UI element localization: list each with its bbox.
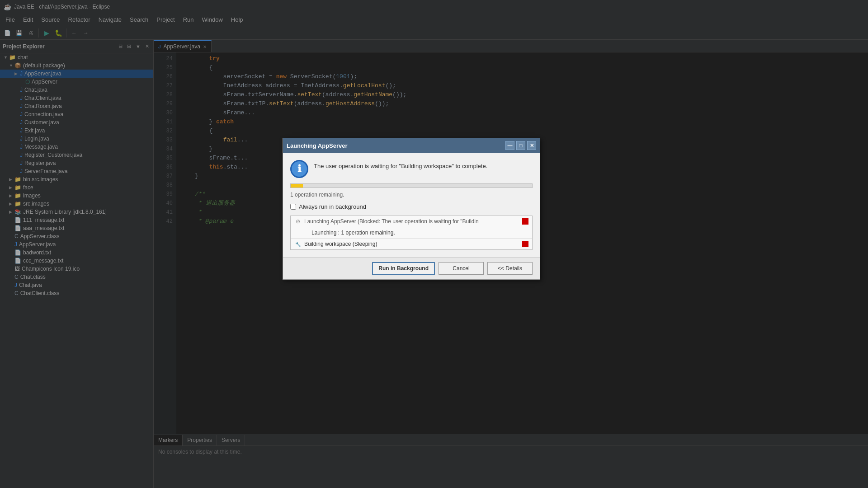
sidebar-menu-btn[interactable]: ▼ — [134, 43, 142, 50]
details-button[interactable]: << Details — [487, 262, 533, 275]
sidebar-header: Project Explorer ⊟ ⊞ ▼ ✕ — [0, 40, 153, 53]
tree-item-register-java[interactable]: J Register.java — [0, 159, 153, 167]
menu-edit[interactable]: Edit — [19, 15, 37, 24]
sidebar-tree: ▼ 📁 chat ▼ 📦 (default package) ▶ J AppSe… — [0, 53, 153, 488]
tree-item-aaa-msg[interactable]: 📄 aaa_message.txt — [0, 224, 153, 232]
tree-item-serverframe-java[interactable]: J ServerFrame.java — [0, 167, 153, 175]
tree-item-chat-class[interactable]: C Chat.class — [0, 273, 153, 281]
tree-arrow-pkg: ▼ — [9, 63, 14, 68]
toolbar-debug[interactable]: 🐛 — [53, 28, 64, 38]
modal-title-bar: Launching AppServer — □ ✕ — [283, 138, 540, 153]
task-icon-1 — [294, 229, 302, 236]
tree-label-customer-java: Customer.java — [24, 119, 59, 126]
menu-run[interactable]: Run — [179, 15, 198, 24]
modal-close-btn[interactable]: ✕ — [527, 141, 536, 150]
task-label-0: Launching AppServer (Blocked: The user o… — [304, 218, 519, 225]
tree-item-src-images[interactable]: ▶ 📁 src.images — [0, 200, 153, 208]
tab-servers[interactable]: Servers — [217, 435, 245, 446]
checkbox-label[interactable]: Always run in background — [299, 203, 366, 210]
tree-item-exit-java[interactable]: J Exit.java — [0, 127, 153, 135]
tree-label-bin-images: bin.src.images — [23, 176, 58, 183]
menu-refactor[interactable]: Refactor — [65, 15, 94, 24]
progress-bar-container — [290, 183, 533, 188]
menu-search[interactable]: Search — [126, 15, 152, 24]
toolbar-print[interactable]: 🖨 — [25, 28, 36, 38]
bottom-content: No consoles to display at this time. — [154, 446, 868, 458]
tree-label-appserver-java: AppServer.java — [24, 70, 61, 77]
toolbar-forward[interactable]: → — [80, 28, 91, 38]
task-stop-0[interactable] — [522, 218, 528, 225]
task-item-2: 🔧 Building workspace (Sleeping) — [291, 239, 532, 249]
tree-item-chat[interactable]: ▼ 📁 chat — [0, 53, 153, 61]
sidebar-header-icons: ⊟ ⊞ ▼ ✕ — [117, 43, 151, 50]
tree-item-default-package[interactable]: ▼ 📦 (default package) — [0, 61, 153, 70]
toolbar-new[interactable]: 📄 — [2, 28, 13, 38]
menu-file[interactable]: File — [2, 15, 19, 24]
tree-arrow-appserver: ▶ — [14, 71, 20, 76]
tree-item-chatroom-java[interactable]: J ChatRoom.java — [0, 102, 153, 110]
tree-item-jre[interactable]: ▶ 📚 JRE System Library [jdk1.8.0_161] — [0, 208, 153, 216]
tree-item-register-customer-java[interactable]: J Register_Customer.java — [0, 151, 153, 159]
tree-item-champicons[interactable]: 🖼 Champicons Icon 19.ico — [0, 265, 153, 273]
toolbar-run[interactable]: ▶ — [41, 28, 52, 38]
always-run-checkbox[interactable] — [290, 204, 296, 210]
tree-item-login-java[interactable]: J Login.java — [0, 135, 153, 143]
tree-item-badword[interactable]: 📄 badword.txt — [0, 249, 153, 257]
toolbar: 📄 💾 🖨 ▶ 🐛 ← → — [0, 26, 868, 40]
tree-label-appserver-java-file: AppServer.java — [19, 241, 56, 248]
tree-label-login-java: Login.java — [24, 136, 49, 142]
tree-item-appserver-java[interactable]: ▶ J AppServer.java — [0, 70, 153, 78]
tree-label-chat-java-file: Chat.java — [19, 282, 42, 288]
info-icon: ℹ — [290, 160, 308, 178]
tree-item-chat-java-file[interactable]: J Chat.java — [0, 281, 153, 289]
tree-item-message-java[interactable]: J Message.java — [0, 143, 153, 151]
tree-item-bin-images[interactable]: ▶ 📁 bin.src.images — [0, 175, 153, 183]
tree-item-111-msg[interactable]: 📄 111_message.txt — [0, 216, 153, 224]
menu-project[interactable]: Project — [153, 15, 178, 24]
menu-help[interactable]: Help — [227, 15, 247, 24]
tab-close-appserver[interactable]: ✕ — [203, 44, 207, 49]
tree-label-chat-class: Chat.class — [20, 274, 46, 280]
tree-item-connection-java[interactable]: J Connection.java — [0, 110, 153, 118]
menu-source[interactable]: Source — [38, 15, 63, 24]
menu-window[interactable]: Window — [198, 15, 226, 24]
sidebar-expand-btn[interactable]: ⊞ — [126, 43, 132, 50]
menu-navigate[interactable]: Navigate — [95, 15, 125, 24]
tree-item-appserver-class-file[interactable]: C AppServer.class — [0, 232, 153, 240]
task-icon-2: 🔧 — [294, 240, 302, 248]
class-icon: ⬡ — [25, 79, 30, 85]
tree-item-face[interactable]: ▶ 📁 face — [0, 183, 153, 192]
tree-label-chatclient-class: ChatClient.class — [20, 290, 60, 296]
tree-item-ccc-msg[interactable]: 📄 ccc_message.txt — [0, 257, 153, 265]
tree-item-chatclient-java[interactable]: J ChatClient.java — [0, 94, 153, 102]
toolbar-save[interactable]: 💾 — [14, 28, 24, 38]
tree-label-ccc-msg: ccc_message.txt — [23, 258, 63, 264]
progress-bar-fill — [291, 184, 303, 188]
run-in-background-button[interactable]: Run in Background — [372, 262, 435, 275]
cancel-button[interactable]: Cancel — [439, 262, 484, 275]
modal-info-row: ℹ The user operation is waiting for "Bui… — [290, 160, 533, 178]
tree-item-chat-java[interactable]: J Chat.java — [0, 86, 153, 94]
modal-minimize-btn[interactable]: — — [505, 141, 514, 150]
tree-label-register-java: Register.java — [24, 160, 56, 166]
tab-appserver-java[interactable]: J AppServer.java ✕ — [154, 40, 212, 52]
tree-label-111-msg: 111_message.txt — [23, 217, 64, 223]
tree-item-chatclient-class[interactable]: C ChatClient.class — [0, 289, 153, 297]
tree-item-customer-java[interactable]: J Customer.java — [0, 118, 153, 127]
task-icon-0: ⊘ — [294, 218, 302, 225]
window-title: Java EE - chat/AppServer.java - Eclipse — [14, 4, 110, 10]
task-stop-2[interactable] — [522, 241, 528, 247]
checkbox-row: Always run in background — [290, 203, 533, 210]
tree-item-appserver-class[interactable]: ⬡ AppServer — [0, 78, 153, 86]
toolbar-back[interactable]: ← — [69, 28, 80, 38]
tab-properties[interactable]: Properties — [183, 435, 217, 446]
tree-label-src-images: src.images — [23, 201, 49, 207]
modal-message: The user operation is waiting for "Build… — [314, 160, 487, 171]
tree-item-appserver-java-file[interactable]: J AppServer.java — [0, 240, 153, 249]
tab-markers[interactable]: Markers — [154, 435, 183, 446]
package-icon: 📦 — [14, 62, 21, 69]
modal-maximize-btn[interactable]: □ — [516, 141, 525, 150]
sidebar-close-btn[interactable]: ✕ — [144, 43, 151, 50]
tree-item-images[interactable]: ▶ 📁 images — [0, 192, 153, 200]
sidebar-collapse-btn[interactable]: ⊟ — [117, 43, 124, 50]
